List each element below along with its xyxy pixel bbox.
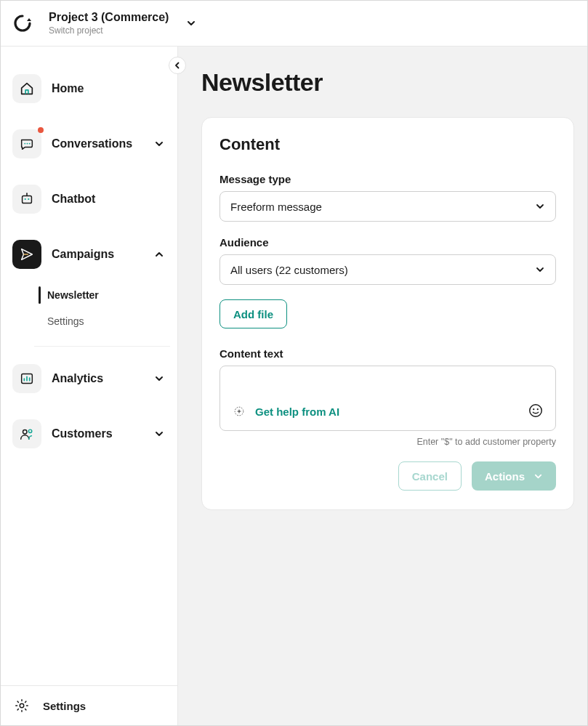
- svg-point-13: [533, 408, 534, 410]
- actions-button[interactable]: Actions: [472, 461, 556, 491]
- main-content: Newsletter Content Message type Freeform…: [178, 47, 587, 725]
- page-title: Newsletter: [201, 68, 574, 97]
- sidebar-item-analytics[interactable]: Analytics: [8, 358, 170, 399]
- audience-label: Audience: [220, 236, 556, 249]
- sidebar-item-chatbot[interactable]: Chatbot: [8, 179, 170, 219]
- content-text-input[interactable]: Get help from AI: [220, 366, 556, 431]
- content-text-hint: Enter "$" to add customer property: [220, 437, 556, 447]
- content-card: Content Message type Freeform message Au…: [201, 117, 574, 510]
- chevron-down-icon: [533, 472, 543, 481]
- chevron-left-icon: [174, 62, 181, 69]
- gear-icon: [12, 696, 31, 715]
- sidebar-item-label: Home: [52, 82, 166, 95]
- sidebar-footer-settings[interactable]: Settings: [1, 685, 177, 725]
- message-type-value: Freeform message: [230, 201, 322, 213]
- sidebar-footer-label: Settings: [43, 700, 86, 712]
- sidebar-item-campaigns[interactable]: Campaigns: [8, 234, 170, 275]
- sidebar-item-label: Campaigns: [52, 248, 142, 261]
- chatbot-icon: [12, 185, 41, 214]
- chevron-down-icon: [535, 201, 545, 211]
- subnav-item-label: Newsletter: [47, 289, 99, 301]
- section-title: Content: [220, 135, 556, 154]
- content-text-label: Content text: [220, 347, 556, 360]
- chevron-down-icon: [535, 265, 545, 275]
- app-logo-icon: [12, 13, 33, 33]
- audience-value: All users (22 customers): [230, 264, 348, 276]
- chevron-down-icon: [186, 18, 196, 28]
- chevron-down-icon: [153, 372, 166, 385]
- analytics-icon: [12, 364, 41, 393]
- ai-sparkle-icon: [232, 404, 246, 419]
- sidebar-item-label: Analytics: [52, 372, 142, 385]
- chevron-down-icon: [153, 137, 166, 150]
- message-type-select[interactable]: Freeform message: [220, 191, 556, 222]
- form-actions: Cancel Actions: [220, 461, 556, 491]
- campaigns-icon: [12, 240, 41, 269]
- chevron-up-icon: [153, 248, 166, 261]
- ai-help-label: Get help from AI: [255, 406, 339, 418]
- chevron-down-icon: [153, 427, 166, 440]
- actions-button-label: Actions: [485, 470, 525, 483]
- customers-icon: [12, 419, 41, 448]
- subnav-item-newsletter[interactable]: Newsletter: [34, 283, 170, 307]
- campaigns-subnav: Newsletter Settings: [34, 283, 170, 347]
- ai-help-button[interactable]: Get help from AI: [232, 404, 339, 419]
- svg-point-0: [24, 143, 25, 145]
- sidebar-item-customers[interactable]: Customers: [8, 414, 170, 454]
- subnav-item-settings[interactable]: Settings: [34, 310, 170, 333]
- cancel-button[interactable]: Cancel: [398, 461, 462, 491]
- sidebar-item-conversations[interactable]: Conversations: [8, 124, 170, 164]
- svg-point-9: [28, 429, 31, 432]
- svg-point-14: [537, 408, 539, 410]
- emoji-picker-icon[interactable]: [528, 403, 544, 419]
- svg-point-5: [25, 198, 26, 200]
- project-title: Project 3 (Commerce): [49, 11, 169, 24]
- audience-select[interactable]: All users (22 customers): [220, 254, 556, 285]
- svg-point-6: [28, 198, 29, 200]
- sidebar-item-home[interactable]: Home: [8, 68, 170, 109]
- svg-rect-3: [23, 195, 32, 203]
- svg-point-8: [23, 430, 28, 435]
- message-type-label: Message type: [220, 173, 556, 185]
- sidebar-collapse-button[interactable]: [169, 57, 186, 74]
- svg-point-2: [29, 143, 31, 145]
- sidebar: Home Conversations: [1, 47, 178, 725]
- sidebar-item-label: Chatbot: [52, 193, 166, 206]
- sidebar-item-label: Customers: [52, 427, 142, 440]
- svg-point-1: [27, 143, 28, 145]
- app-header: Project 3 (Commerce) Switch project: [1, 1, 587, 47]
- notification-dot-icon: [38, 127, 44, 133]
- home-icon: [12, 74, 41, 103]
- svg-point-12: [530, 405, 542, 417]
- add-file-button[interactable]: Add file: [220, 299, 287, 328]
- switch-project-label: Switch project: [49, 25, 169, 36]
- sidebar-item-label: Conversations: [52, 137, 142, 150]
- svg-point-4: [26, 193, 28, 194]
- subnav-item-label: Settings: [47, 315, 84, 327]
- svg-point-10: [20, 703, 24, 708]
- conversations-icon: [12, 129, 41, 158]
- project-switcher[interactable]: Project 3 (Commerce) Switch project: [49, 11, 196, 36]
